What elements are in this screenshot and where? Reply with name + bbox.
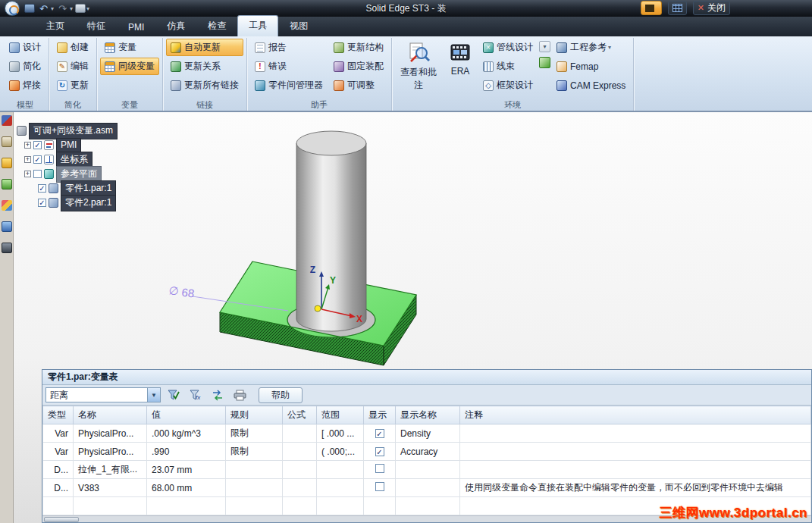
filter-check-button[interactable] <box>165 387 183 403</box>
variable-row[interactable]: D... V383 68.00 mm 使用同级变量命令直接在装配中编辑零件的变量… <box>43 479 811 497</box>
tab-features[interactable]: 特征 <box>76 17 117 36</box>
update-button[interactable]: ↻更新 <box>52 77 93 94</box>
cell-comment[interactable] <box>460 461 811 479</box>
origin-point[interactable] <box>315 305 321 312</box>
cell-display-name[interactable]: Density <box>396 424 460 443</box>
show-checkbox[interactable] <box>375 447 384 456</box>
tools-tab-icon[interactable] <box>2 243 12 253</box>
cell-name[interactable]: PhysicalPro... <box>74 443 147 461</box>
show-checkbox[interactable] <box>375 464 384 473</box>
variables-button[interactable]: 变量 <box>100 39 159 56</box>
column-header-value[interactable]: 值 <box>147 406 226 424</box>
undo-dropdown-icon[interactable]: ▾ <box>51 5 54 12</box>
close-button[interactable]: ✕ 关闭 <box>693 1 730 15</box>
environment-render-icon[interactable] <box>539 57 550 68</box>
create-button[interactable]: 创建 <box>52 39 93 56</box>
cam-express-button[interactable]: CAM Express <box>552 77 630 94</box>
tree-item-part2[interactable]: 零件2.par:1 <box>38 196 118 209</box>
cell-value[interactable]: .000 kg/m^3 <box>147 424 226 443</box>
cell-value[interactable]: 68.00 mm <box>147 479 226 497</box>
chevron-down-icon[interactable]: ▼ <box>147 388 160 402</box>
print-icon[interactable] <box>75 4 86 13</box>
cell-range[interactable]: ( .000;... <box>317 443 364 461</box>
redo-dropdown-icon[interactable]: ▾ <box>70 5 73 12</box>
selection-tab-icon[interactable] <box>2 221 12 232</box>
simplify-button[interactable]: 简化 <box>5 58 45 75</box>
engineering-reference-dropdown-icon[interactable]: ▾ <box>608 44 611 51</box>
edit-button[interactable]: ✎编辑 <box>52 58 93 75</box>
cell-formula[interactable] <box>283 443 317 461</box>
fixed-assembly-button[interactable]: 固定装配 <box>329 58 388 75</box>
cell-formula[interactable] <box>283 424 317 443</box>
library-tab-icon[interactable] <box>2 136 12 147</box>
update-structure-button[interactable]: 更新结构 <box>329 39 388 56</box>
cell-formula[interactable] <box>283 461 317 479</box>
column-header-range[interactable]: 范围 <box>317 406 364 424</box>
table-tool-button[interactable] <box>668 1 687 15</box>
peer-variables-button[interactable]: 同级变量 <box>100 58 159 75</box>
cell-type[interactable]: Var <box>43 443 74 461</box>
qat-customize-icon[interactable]: ▾ <box>86 5 89 12</box>
tab-view[interactable]: 视图 <box>278 17 319 36</box>
swap-arrows-button[interactable] <box>208 387 227 403</box>
report-button[interactable]: 报告 <box>250 39 328 56</box>
show-checkbox[interactable] <box>375 429 384 438</box>
cell-comment[interactable]: 使用同级变量命令直接在装配中编辑零件的变量，而不必回到零件环境中去编辑 <box>460 479 811 497</box>
expander-icon[interactable] <box>24 171 31 177</box>
column-header-rule[interactable]: 规则 <box>226 406 283 424</box>
cell-rule[interactable]: 限制 <box>226 424 283 443</box>
weldment-button[interactable]: 焊接 <box>5 77 45 94</box>
undo-icon[interactable]: ↶ <box>37 2 50 14</box>
variable-row[interactable]: D... 拉伸_1_有限... 23.07 mm <box>43 461 811 479</box>
design-button[interactable]: 设计 <box>5 39 45 56</box>
cell-display-name[interactable]: Accuracy <box>396 443 460 461</box>
update-relations-button[interactable]: 更新关系 <box>166 58 243 75</box>
family-tab-icon[interactable] <box>2 200 12 211</box>
tree-item-assembly[interactable]: 可调+同级变量.asm <box>17 124 118 137</box>
variable-row[interactable]: Var PhysicalPro... .990 限制 ( .000;... Ac… <box>43 443 811 461</box>
adjustable-button[interactable]: 可调整 <box>329 77 388 94</box>
wire-harness-button[interactable]: 线束 <box>478 58 538 75</box>
layers-tab-icon[interactable] <box>2 158 12 168</box>
assembly-tool-button[interactable] <box>641 1 662 15</box>
cell-range[interactable] <box>317 461 364 479</box>
visibility-checkbox[interactable] <box>33 170 42 178</box>
sensors-tab-icon[interactable] <box>2 179 12 189</box>
cell-formula[interactable] <box>283 479 317 497</box>
show-checkbox[interactable] <box>375 482 384 491</box>
expander-icon[interactable] <box>24 156 31 163</box>
visibility-checkbox[interactable] <box>38 184 46 193</box>
cell-comment[interactable] <box>460 424 811 443</box>
tab-simulation[interactable]: 仿真 <box>155 17 196 36</box>
environment-more-icon[interactable]: ▾ <box>539 41 550 52</box>
cell-name[interactable]: 拉伸_1_有限... <box>74 461 147 479</box>
cell-range[interactable] <box>317 479 364 497</box>
column-header-name[interactable]: 名称 <box>74 406 147 424</box>
cell-rule[interactable] <box>226 461 283 479</box>
cell-display-name[interactable] <box>396 461 460 479</box>
cell-value[interactable]: .990 <box>147 443 226 461</box>
cell-type[interactable]: D... <box>43 479 74 497</box>
piping-design-button[interactable]: ×管线设计 <box>478 39 538 56</box>
cell-display-name[interactable] <box>396 479 460 497</box>
help-button[interactable]: 帮助 <box>259 387 303 403</box>
cylinder-top-face[interactable] <box>296 131 366 155</box>
tab-home[interactable]: 主页 <box>35 17 76 36</box>
cell-comment[interactable] <box>460 443 811 461</box>
variable-row[interactable]: Var PhysicalPro... .000 kg/m^3 限制 [ .000… <box>43 424 811 443</box>
column-header-type[interactable]: 类型 <box>43 406 74 424</box>
application-button[interactable] <box>5 1 20 16</box>
cell-rule[interactable]: 限制 <box>226 443 283 461</box>
cell-value[interactable]: 23.07 mm <box>147 461 226 479</box>
print-table-button[interactable] <box>230 387 249 403</box>
visibility-checkbox[interactable] <box>33 141 42 149</box>
engineering-reference-button[interactable]: 工程参考▾ <box>552 39 630 56</box>
cell-type[interactable]: D... <box>43 461 74 479</box>
dimension-label[interactable]: ∅ 68 <box>168 283 196 300</box>
visibility-checkbox[interactable] <box>33 155 42 164</box>
tab-tools[interactable]: 工具 <box>237 15 278 36</box>
tree-item-part1[interactable]: 零件1.par:1 <box>38 182 118 195</box>
cell-rule[interactable] <box>226 479 283 497</box>
cell-type[interactable]: Var <box>43 424 74 443</box>
auto-update-button[interactable]: 自动更新 <box>166 39 243 56</box>
